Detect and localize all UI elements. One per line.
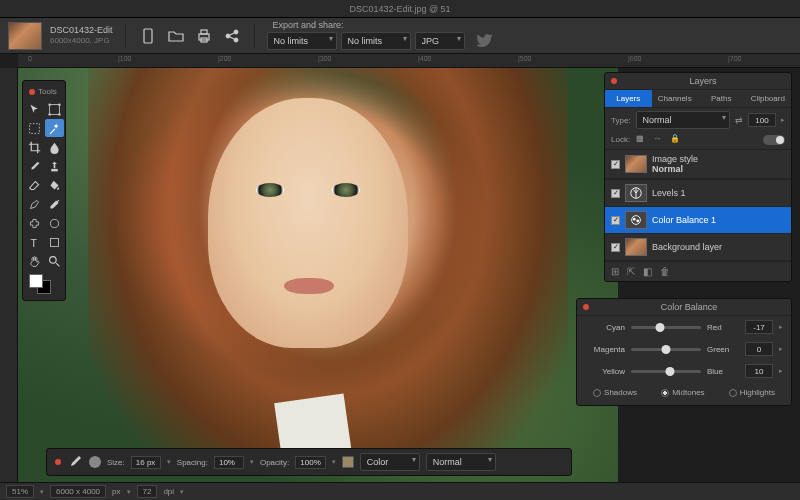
svg-rect-7 [50, 104, 60, 114]
brush-preview[interactable] [89, 456, 101, 468]
svg-point-19 [632, 216, 641, 225]
svg-text:T: T [30, 236, 37, 248]
svg-point-4 [226, 34, 230, 38]
brush-blend-select[interactable]: Normal [426, 453, 496, 471]
ruler-vertical[interactable] [0, 68, 18, 482]
tab-paths[interactable]: Paths [698, 90, 745, 107]
new-layer-icon[interactable]: ⊞ [611, 266, 619, 277]
tool-pen[interactable] [25, 195, 44, 213]
lock-position-icon[interactable]: ↔ [653, 134, 664, 145]
delete-layer-icon[interactable]: 🗑 [660, 266, 670, 277]
device-icon[interactable] [138, 26, 158, 46]
layer-item[interactable]: ✓ Levels 1 [605, 180, 791, 207]
folder-icon[interactable] [166, 26, 186, 46]
tool-text[interactable]: T [25, 233, 44, 251]
tool-brush[interactable] [25, 157, 44, 175]
svg-point-10 [48, 113, 50, 115]
tool-hand[interactable] [25, 252, 44, 270]
svg-point-21 [636, 220, 639, 223]
tool-heal[interactable] [25, 214, 44, 232]
image-style-label: Image style [652, 154, 698, 164]
tool-shape[interactable] [45, 214, 64, 232]
cyan-red-slider[interactable] [631, 326, 701, 329]
color-swatches[interactable] [25, 274, 63, 296]
layers-panel-title: Layers [621, 76, 785, 86]
res-unit-label[interactable]: dpi [163, 487, 174, 496]
print-icon[interactable] [194, 26, 214, 46]
tool-zoom[interactable] [45, 252, 64, 270]
cyan-red-value[interactable] [745, 320, 773, 334]
tool-marquee[interactable] [25, 119, 44, 137]
magenta-green-value[interactable] [745, 342, 773, 356]
tool-crop[interactable] [25, 138, 44, 156]
share-icon[interactable] [222, 26, 242, 46]
magenta-green-slider[interactable] [631, 348, 701, 351]
lock-toggle[interactable] [763, 135, 785, 145]
layer-thumb[interactable] [625, 155, 647, 173]
separator [254, 24, 255, 48]
svg-point-5 [234, 30, 238, 34]
yellow-blue-value[interactable] [745, 364, 773, 378]
tools-panel[interactable]: Tools T [22, 80, 66, 301]
layer-item[interactable]: ✓ Background layer [605, 234, 791, 261]
lock-all-icon[interactable]: 🔒 [670, 134, 681, 145]
color-balance-panel[interactable]: Color Balance Cyan Red ▸ Magenta Green ▸… [576, 298, 792, 406]
tool-wand[interactable] [45, 119, 64, 137]
tool-transform[interactable] [45, 100, 64, 118]
tool-fill[interactable] [45, 176, 64, 194]
file-meta: 6000x4000, JPG [50, 36, 113, 46]
svg-point-11 [58, 113, 60, 115]
svg-point-9 [58, 103, 60, 105]
layer-item[interactable]: ✓ Color Balance 1 [605, 207, 791, 234]
layers-panel[interactable]: Layers Layers Channels Paths Clipboard T… [604, 72, 792, 282]
brush-options-bar: Size: 16 px▾ Spacing: 10%▾ Opacity: 100%… [46, 448, 572, 476]
layer-opacity-input[interactable] [748, 113, 776, 127]
yellow-blue-slider[interactable] [631, 370, 701, 373]
brush-color-mode-select[interactable]: Color [360, 453, 420, 471]
tool-eyedropper[interactable] [45, 195, 64, 213]
tone-highlights-radio[interactable]: Highlights [729, 388, 775, 397]
tool-clone[interactable] [45, 157, 64, 175]
blend-mode-select[interactable]: Normal [636, 111, 730, 129]
resolution-display[interactable]: 72 [137, 485, 158, 498]
export-format-select[interactable]: JPG [415, 32, 465, 50]
svg-point-6 [234, 38, 238, 42]
file-name: DSC01432-Edit [50, 25, 113, 36]
svg-rect-2 [201, 30, 207, 34]
tool-eraser[interactable] [25, 176, 44, 194]
zoom-display[interactable]: 51% [6, 485, 34, 498]
brush-size-input[interactable]: 16 px [131, 456, 161, 469]
layer-visible-check[interactable]: ✓ [611, 160, 620, 169]
brush-color-swatch[interactable] [342, 456, 354, 468]
layer-visible-check[interactable]: ✓ [611, 216, 620, 225]
window-title: DSC01432-Edit.jpg @ 51 [349, 4, 450, 14]
canvas[interactable]: Tools T [18, 68, 800, 482]
file-thumbnail[interactable] [8, 22, 42, 50]
layer-visible-check[interactable]: ✓ [611, 189, 620, 198]
export-limits1-select[interactable]: No limits [267, 32, 337, 50]
tool-move[interactable] [25, 100, 44, 118]
tool-shape-rect[interactable] [45, 233, 64, 251]
brush-spacing-input[interactable]: 10% [214, 456, 244, 469]
layer-link-icon[interactable]: ⇱ [627, 266, 635, 277]
ruler-horizontal[interactable]: 0 |100 |200 |300 |400 |500 |600 |700 [18, 54, 800, 68]
twitter-icon[interactable] [475, 31, 495, 51]
tab-clipboard[interactable]: Clipboard [745, 90, 792, 107]
tab-channels[interactable]: Channels [652, 90, 699, 107]
foreground-swatch[interactable] [29, 274, 43, 288]
brush-icon[interactable] [67, 454, 83, 470]
lock-pixels-icon[interactable]: ▩ [636, 134, 647, 145]
layer-name: Background layer [652, 242, 722, 252]
tab-layers[interactable]: Layers [605, 90, 652, 107]
unit-label[interactable]: px [112, 487, 120, 496]
tone-midtones-radio[interactable]: Midtones [661, 388, 704, 397]
layer-mask-icon[interactable]: ◧ [643, 266, 652, 277]
lock-label: Lock: [611, 135, 630, 144]
tool-blur[interactable] [45, 138, 64, 156]
tone-shadows-radio[interactable]: Shadows [593, 388, 637, 397]
brush-opacity-input[interactable]: 100% [295, 456, 325, 469]
export-label: Export and share: [273, 20, 495, 30]
adjustment-icon [625, 184, 647, 202]
layer-visible-check[interactable]: ✓ [611, 243, 620, 252]
export-limits2-select[interactable]: No limits [341, 32, 411, 50]
